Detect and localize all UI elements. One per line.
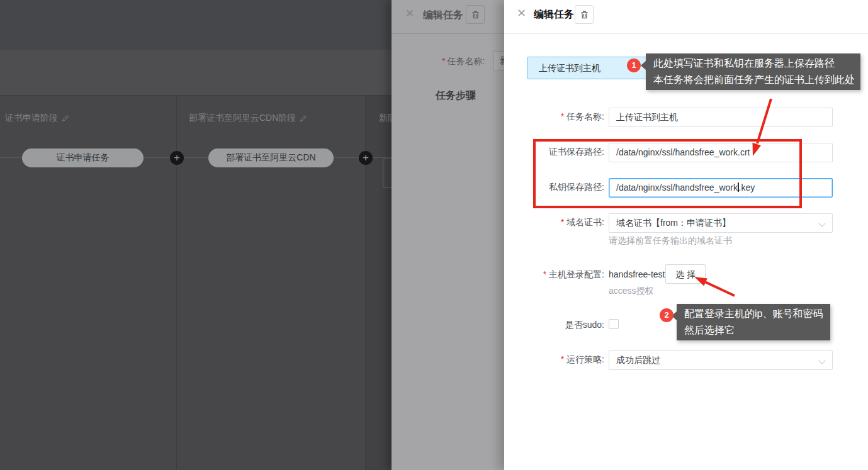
- host-login-label: *主机登录配置:: [504, 269, 604, 281]
- workflow-canvas: 证书申请阶段 部署证书至阿里云CDN阶段 新阶段 证书申请任务 + 部署证书至阿…: [0, 96, 392, 470]
- task-node-cert-apply: 证书申请任务: [22, 148, 144, 167]
- cert-path-label: 证书保存路径:: [504, 147, 604, 158]
- run-policy-select[interactable]: 成功后跳过: [609, 350, 833, 370]
- task-name-input: 新: [493, 51, 504, 70]
- task-steps-heading: 任务步骤: [436, 89, 476, 103]
- key-path-label: 私钥保存路径:: [504, 182, 604, 193]
- annotation-badge-1: 1: [627, 59, 641, 72]
- task-name-input[interactable]: 上传证书到主机: [609, 108, 833, 127]
- drawer-title: 编辑任务: [534, 8, 574, 21]
- host-login-value: handsfree-test: [609, 269, 665, 279]
- label-text: 域名证书:: [566, 217, 604, 227]
- sudo-checkbox[interactable]: [609, 319, 619, 329]
- domain-cert-label: *域名证书:: [504, 217, 604, 228]
- trash-icon: [471, 10, 480, 20]
- stage-title-text: 部署证书至阿里云CDN阶段: [189, 113, 296, 124]
- label-text: 任务名称:: [566, 111, 604, 121]
- label-text: 任务名称:: [447, 56, 485, 66]
- chevron-down-icon: [818, 220, 825, 227]
- delete-task-button: [466, 5, 485, 24]
- edit-pencil-icon: [62, 115, 69, 122]
- task-node-deploy-cdn: 部署证书至阿里云CDN: [208, 148, 334, 167]
- close-icon[interactable]: ✕: [517, 8, 526, 19]
- tooltip-text: 本任务将会把前面任务产生的证书上传到此处: [653, 72, 853, 88]
- required-asterisk: *: [561, 354, 564, 364]
- task-name-label: *任务名称:: [442, 56, 485, 67]
- cert-path-input[interactable]: /data/nginx/ssl/handsfree_work.crt: [609, 143, 833, 162]
- key-path-input[interactable]: /data/nginx/ssl/handsfree_work.key: [609, 178, 833, 198]
- workflow-toolbar: [0, 50, 392, 96]
- trash-icon: [580, 10, 589, 20]
- stage-title-deploy-cdn: 部署证书至阿里云CDN阶段: [189, 113, 307, 124]
- background-drawer-header: ✕ 编辑任务: [392, 0, 504, 34]
- domain-cert-helper: 请选择前置任务输出的域名证书: [609, 235, 732, 247]
- stage-title-cert-apply: 证书申请阶段: [5, 113, 69, 124]
- run-policy-label: *运行策略:: [504, 354, 604, 366]
- tooltip-text: 此处填写证书和私钥在服务器上保存路径: [653, 55, 853, 72]
- stage-title-text: 证书申请阶段: [5, 113, 58, 124]
- background-edit-drawer: ✕ 编辑任务 *任务名称: 新 任务步骤: [392, 0, 504, 470]
- annotation-tooltip-2: 配置登录主机的ip、账号和密码 然后选择它: [677, 304, 830, 340]
- edit-pencil-icon: [300, 115, 307, 122]
- domain-cert-value: 域名证书【from：申请证书】: [616, 218, 731, 228]
- delete-task-button[interactable]: [575, 5, 594, 24]
- chevron-down-icon: [818, 357, 825, 364]
- label-text: 证书保存路径:: [549, 147, 604, 157]
- sudo-label: 是否sudo:: [504, 320, 604, 331]
- tooltip-pointer-icon: [641, 61, 646, 70]
- required-asterisk: *: [561, 217, 564, 227]
- workflow-background: 证书申请阶段 部署证书至阿里云CDN阶段 新阶段 证书申请任务 + 部署证书至阿…: [0, 0, 392, 470]
- task-name-label: *任务名称:: [504, 111, 604, 123]
- host-login-helper: access授权: [609, 286, 654, 297]
- annotation-badge-2: 2: [660, 308, 674, 322]
- workflow-top-header: [0, 0, 392, 50]
- label-text: 主机登录配置:: [549, 269, 604, 279]
- label-text: 是否sudo:: [565, 320, 604, 330]
- tooltip-text: 然后选择它: [684, 322, 823, 339]
- host-select-button[interactable]: 选 择: [665, 264, 706, 284]
- required-asterisk: *: [442, 56, 445, 66]
- required-asterisk: *: [543, 269, 546, 279]
- label-text: 私钥保存路径:: [549, 182, 604, 192]
- background-drawer-title: 编辑任务: [423, 9, 463, 22]
- tooltip-text: 配置登录主机的ip、账号和密码: [684, 306, 823, 322]
- drawer-header: ✕ 编辑任务: [504, 0, 868, 34]
- close-icon: ✕: [405, 8, 414, 19]
- key-path-text-after-cursor: .key: [739, 182, 755, 193]
- label-text: 运行策略:: [566, 354, 604, 364]
- annotation-tooltip-1: 此处填写证书和私钥在服务器上保存路径 本任务将会把前面任务产生的证书上传到此处: [646, 53, 860, 90]
- add-task-icon: +: [359, 151, 373, 165]
- add-task-icon: +: [170, 151, 184, 165]
- required-asterisk: *: [561, 111, 564, 121]
- run-policy-value: 成功后跳过: [616, 355, 660, 365]
- domain-cert-select[interactable]: 域名证书【from：申请证书】: [609, 213, 833, 233]
- app-root: 证书申请阶段 部署证书至阿里云CDN阶段 新阶段 证书申请任务 + 部署证书至阿…: [0, 0, 868, 470]
- key-path-text-before-cursor: /data/nginx/ssl/handsfree_work: [616, 182, 738, 193]
